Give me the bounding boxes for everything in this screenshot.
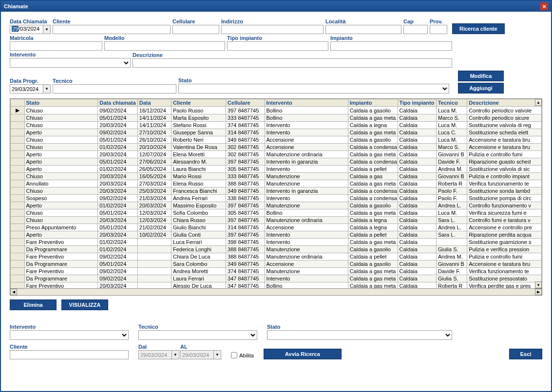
table-row[interactable]: Da Programmare09/02/2024Laura Ferrari347… [11, 275, 542, 282]
hscroll-track[interactable] [17, 289, 535, 295]
close-icon[interactable]: ✕ [540, 2, 548, 10]
cell: Caldaia a gas meta [348, 239, 398, 246]
table-row[interactable]: Fare Preventivo09/02/2024Andrea Moretti3… [11, 268, 542, 275]
data-chiamata-input[interactable]: 29/03/2024 ▼ [10, 25, 51, 34]
table-row[interactable]: Da Programmare01/02/2024Federica Longhi3… [11, 246, 542, 253]
cell: Chiuso [24, 107, 98, 114]
cell: Alessandro M. [171, 158, 226, 166]
scroll-right-icon[interactable]: ▶ [535, 289, 542, 295]
table-row[interactable]: Aperto20/03/202410/02/2024Giulia Conti39… [11, 231, 542, 239]
col-header[interactable]: Tecnico [436, 99, 467, 107]
stato-select[interactable] [178, 84, 449, 93]
cell: Accensione [265, 261, 348, 268]
cell: Caldaia a gas meta [348, 268, 398, 275]
table-row[interactable]: Sospeso09/02/202421/03/2024Andrea Ferrar… [11, 195, 542, 202]
table-row[interactable]: Aperto20/03/202412/07/2024Elena Moretti3… [11, 151, 542, 158]
table-row[interactable]: Chiuso20/03/202412/03/2024Chiara Russo39… [11, 217, 542, 224]
prov-input[interactable] [430, 25, 447, 34]
elimina-button[interactable]: Elimina [10, 299, 57, 310]
modello-input[interactable] [104, 41, 225, 51]
matricola-input[interactable] [10, 41, 102, 51]
cell: 333 8487745 [226, 114, 265, 122]
cell: Caldaia [398, 158, 436, 166]
cell: Intervento [265, 129, 348, 136]
cell: 397 8487745 [226, 202, 265, 209]
tipo-impianto-input[interactable] [227, 41, 328, 51]
table-row[interactable]: Annullato20/03/202427/03/2024Elena Russo… [11, 180, 542, 187]
cell: 21/03/2024 [137, 195, 171, 202]
chevron-down-icon[interactable]: ▼ [43, 25, 51, 34]
cell: 09/02/2024 [98, 253, 137, 261]
avvia-ricerca-button[interactable]: Avvia Ricerca [264, 349, 342, 359]
table-row[interactable]: Chiuso20/03/202414/11/2024Stefano Rossi3… [11, 122, 542, 129]
table-row[interactable]: Preso Appuntamento05/01/202421/02/2024Gi… [11, 224, 542, 231]
table-row[interactable]: Fare Preventivo09/02/2024Chiara De Luca3… [11, 253, 542, 261]
cell: Chiuso [24, 187, 98, 195]
cell: Caldaia [398, 180, 436, 187]
cell: Intervento in garanzia [265, 187, 348, 195]
table-row[interactable]: Aperto01/02/202420/03/2024Massimo Esposi… [11, 202, 542, 209]
col-header[interactable]: Descrizione [467, 99, 542, 107]
ricerca-cliente-button[interactable]: Ricerca cliente [452, 23, 505, 34]
cell: Manutenzione [265, 268, 348, 275]
localita-input[interactable] [325, 25, 401, 34]
col-header[interactable]: Data [137, 99, 171, 107]
filter-intervento-select[interactable] [10, 330, 129, 340]
table-row[interactable]: Chiuso01/02/202420/10/2024Valentina De R… [11, 144, 542, 151]
col-header[interactable]: Impianto [348, 99, 398, 107]
col-header[interactable]: Tipo impianto [398, 99, 436, 107]
cell: 01/02/2024 [98, 144, 137, 151]
cell: Chiuso [24, 173, 98, 180]
table-row[interactable]: Aperto01/02/202426/05/2024Laura Bianchi3… [11, 166, 542, 173]
cell: Caldaia a pellet [348, 166, 398, 173]
cell: Aperto [24, 129, 98, 136]
filter-tecnico-select[interactable] [138, 330, 257, 340]
chevron-down-icon[interactable]: ▼ [43, 84, 51, 93]
cap-input[interactable] [403, 25, 428, 34]
table-row[interactable]: Chiuso05/01/202414/11/2024Marta Esposito… [11, 114, 542, 122]
table-row[interactable]: Aperto09/02/202427/10/2024Giuseppe Sanna… [11, 129, 542, 136]
esci-button[interactable]: Esci [509, 349, 542, 359]
table-row[interactable]: Fare Preventivo01/02/2024Luca Ferrari398… [11, 239, 542, 246]
col-header[interactable]: Data chiamata [98, 99, 137, 107]
cell: 302 8487745 [226, 151, 265, 158]
label-indirizzo: Indirizzo [221, 19, 324, 24]
cell: Sara L. [436, 217, 467, 224]
cell: 349 8487745 [226, 261, 265, 268]
filter-cliente-input[interactable] [10, 350, 129, 359]
chevron-down-icon: ▼ [171, 350, 179, 359]
cellulare-input[interactable] [172, 25, 219, 34]
col-header[interactable]: Cliente [171, 99, 226, 107]
col-header[interactable]: Stato [24, 99, 98, 107]
table-row[interactable]: Chiuso20/03/202425/03/2024Francesca Bian… [11, 187, 542, 195]
table-row[interactable]: Chiuso05/01/202412/03/2024Sofia Colombo3… [11, 209, 542, 217]
cliente-input[interactable] [53, 25, 171, 34]
cell: Caldaia a condensa [348, 144, 398, 151]
table-row[interactable]: Chiuso20/03/202416/05/2024Mario Rossi333… [11, 173, 542, 180]
scroll-left-icon[interactable]: ◀ [10, 289, 17, 295]
descrizione-input[interactable] [133, 58, 452, 68]
data-progr-input[interactable]: ▼ [10, 84, 51, 93]
label-data-progr: Data Progr. [10, 78, 51, 84]
col-header[interactable]: Intervento [265, 99, 348, 107]
scroll-down-icon[interactable]: ▼ [535, 281, 542, 288]
cell: Accensione e controllo pre [467, 224, 542, 231]
modifica-button[interactable]: Modifica [458, 71, 504, 81]
col-header[interactable]: Cellulare [226, 99, 265, 107]
filter-stato-select[interactable] [267, 330, 452, 340]
table-row[interactable]: Chiuso05/01/202426/10/2024Roberto Neri34… [11, 136, 542, 144]
abilita-checkbox[interactable] [231, 352, 237, 358]
tecnico-input[interactable] [53, 84, 176, 93]
table-row[interactable]: Da Programmare05/01/2024Sara Colombo349 … [11, 261, 542, 268]
aggiungi-button[interactable]: Aggiungi [458, 83, 504, 93]
scroll-up-icon[interactable]: ▲ [535, 99, 542, 106]
cell: Caldaia a gas [348, 173, 398, 180]
impianto-input[interactable] [330, 41, 452, 51]
label-data-chiamata: Data Chiamata [10, 19, 51, 24]
data-grid[interactable]: StatoData chiamataDataClienteCellulareIn… [10, 98, 542, 296]
intervento-select[interactable] [10, 58, 131, 68]
visualizza-button[interactable]: VISUALIZZA [61, 299, 108, 310]
indirizzo-input[interactable] [221, 25, 324, 34]
table-row[interactable]: Aperto05/01/202427/06/2024Alessandro M.3… [11, 158, 542, 166]
table-row[interactable]: ▶Chiuso09/02/202416/12/2024Paolo Russo39… [11, 107, 542, 114]
